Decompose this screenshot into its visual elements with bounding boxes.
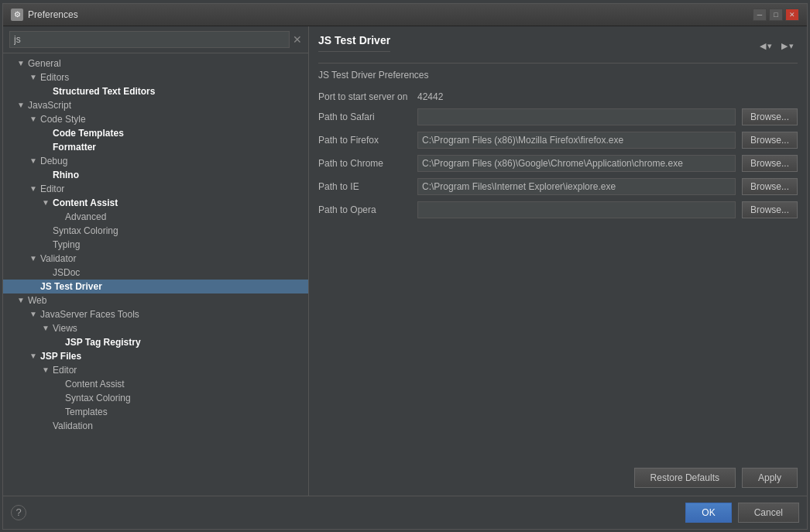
tree-item-editor-jsp[interactable]: ▼Editor <box>3 363 308 377</box>
dialog-title: Preferences <box>28 9 748 20</box>
tree-item-jsp-files[interactable]: ▼JSP Files <box>3 349 308 363</box>
safari-label: Path to Safari <box>318 112 411 122</box>
dropdown-arrow-icon-2: ▾ <box>789 41 794 51</box>
tree-item-structured-text-editors[interactable]: Structured Text Editors <box>3 84 308 98</box>
form-row-safari: Path to Safari Browse... <box>318 108 798 125</box>
panel-header: JS Test Driver ◀ ▾ ▶ ▾ <box>318 34 798 63</box>
tree-item-validator[interactable]: ▼Validator <box>3 252 308 266</box>
back-arrow-icon: ◀ <box>760 41 766 51</box>
search-input[interactable] <box>9 31 290 48</box>
maximize-button[interactable]: □ <box>769 9 783 21</box>
main-content: ✕ ▼General ▼Editors Structured Text Edit… <box>3 26 807 496</box>
preferences-dialog: ⚙ Preferences ─ □ ✕ ✕ ▼General ▼Editors <box>2 3 808 530</box>
ie-input[interactable] <box>417 178 736 195</box>
ie-label: Path to IE <box>318 181 411 192</box>
forward-button[interactable]: ▶ ▾ <box>777 39 798 53</box>
panel-toolbar: ◀ ▾ ▶ ▾ <box>756 39 798 53</box>
panel-actions: Restore Defaults Apply <box>318 468 798 488</box>
tree-item-js-test-driver[interactable]: JS Test Driver <box>3 280 308 293</box>
tree-item-javaserver-faces[interactable]: ▼JavaServer Faces Tools <box>3 307 308 321</box>
cancel-button[interactable]: Cancel <box>738 503 799 523</box>
right-panel: JS Test Driver ◀ ▾ ▶ ▾ JS Test Driver Pr… <box>309 26 807 496</box>
tree-item-debug[interactable]: ▼Debug <box>3 154 308 168</box>
firefox-browse-button[interactable]: Browse... <box>742 132 798 149</box>
bottom-bar: ? OK Cancel <box>3 496 807 529</box>
ok-button[interactable]: OK <box>685 503 731 523</box>
window-controls: ─ □ ✕ <box>753 9 799 21</box>
tree-item-templates[interactable]: Templates <box>3 405 308 419</box>
firefox-input[interactable] <box>417 132 736 149</box>
minimize-button[interactable]: ─ <box>753 9 767 21</box>
tree-item-web[interactable]: ▼Web <box>3 293 308 307</box>
tree-item-advanced[interactable]: Advanced <box>3 210 308 224</box>
tree-item-code-templates[interactable]: Code Templates <box>3 126 308 140</box>
tree-label: General <box>26 57 63 70</box>
tree-item-syntax-coloring-js[interactable]: Syntax Coloring <box>3 224 308 238</box>
search-clear-button[interactable]: ✕ <box>293 33 302 46</box>
title-bar: ⚙ Preferences ─ □ ✕ <box>3 4 807 26</box>
tree-item-rhino[interactable]: Rhino <box>3 168 308 182</box>
tree-item-content-assist-jsp[interactable]: Content Assist <box>3 377 308 391</box>
tree-item-views[interactable]: ▼Views <box>3 321 308 335</box>
tree-item-javascript[interactable]: ▼JavaScript <box>3 98 308 112</box>
chrome-label: Path to Chrome <box>318 158 411 169</box>
tree-item-code-style[interactable]: ▼Code Style <box>3 112 308 126</box>
back-button[interactable]: ◀ ▾ <box>756 39 776 53</box>
panel-title: JS Test Driver <box>318 34 390 52</box>
form-row-firefox: Path to Firefox Browse... <box>318 132 798 149</box>
firefox-label: Path to Firefox <box>318 135 411 146</box>
dropdown-arrow-icon: ▾ <box>767 41 772 51</box>
port-label: Port to start server on <box>318 91 411 102</box>
opera-browse-button[interactable]: Browse... <box>742 201 798 218</box>
bottom-buttons: OK Cancel <box>685 503 799 523</box>
tree-item-editor[interactable]: ▼Editor <box>3 182 308 196</box>
close-button[interactable]: ✕ <box>785 9 799 21</box>
tree-item-typing[interactable]: Typing <box>3 238 308 252</box>
forward-arrow-icon: ▶ <box>781 41 788 51</box>
apply-button[interactable]: Apply <box>742 468 798 488</box>
help-button[interactable]: ? <box>11 505 26 520</box>
search-bar: ✕ <box>3 26 308 53</box>
form-row-chrome: Path to Chrome Browse... <box>318 155 798 172</box>
chrome-browse-button[interactable]: Browse... <box>742 155 798 172</box>
tree-item-general[interactable]: ▼General <box>3 57 308 70</box>
dialog-icon: ⚙ <box>11 9 23 21</box>
form-row-opera: Path to Opera Browse... <box>318 201 798 218</box>
form-row-ie: Path to IE Browse... <box>318 178 798 195</box>
opera-label: Path to Opera <box>318 204 411 215</box>
tree-item-validation[interactable]: Validation <box>3 419 308 433</box>
tree-item-syntax-coloring-jsp[interactable]: Syntax Coloring <box>3 391 308 405</box>
tree-item-content-assist[interactable]: ▼Content Assist <box>3 196 308 210</box>
form-row-port: Port to start server on 42442 <box>318 91 798 102</box>
tree-container: ▼General ▼Editors Structured Text Editor… <box>3 53 308 496</box>
tree-item-formatter[interactable]: Formatter <box>3 140 308 154</box>
left-panel: ✕ ▼General ▼Editors Structured Text Edit… <box>3 26 309 496</box>
safari-browse-button[interactable]: Browse... <box>742 108 798 125</box>
ie-browse-button[interactable]: Browse... <box>742 178 798 195</box>
opera-input[interactable] <box>417 201 736 218</box>
chrome-input[interactable] <box>417 155 736 172</box>
port-value: 42442 <box>417 91 443 102</box>
tree-item-jsp-tag-registry[interactable]: JSP Tag Registry <box>3 335 308 349</box>
restore-defaults-button[interactable]: Restore Defaults <box>634 468 736 488</box>
safari-input[interactable] <box>417 108 736 125</box>
panel-subtitle: JS Test Driver Preferences <box>318 70 798 81</box>
tree-item-jsdoc[interactable]: JSDoc <box>3 266 308 280</box>
tree-item-editors[interactable]: ▼Editors <box>3 70 308 84</box>
